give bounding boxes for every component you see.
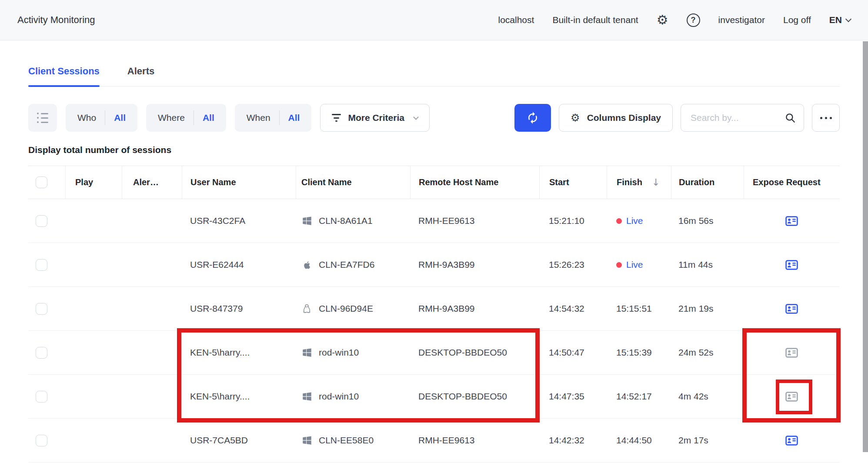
view-list-button[interactable] [28,104,57,132]
where-label: Where [158,113,185,123]
column-header-finish[interactable]: Finish ↓ [607,166,671,199]
cell-play [65,243,122,286]
table-row[interactable]: USR-43C2FA CLN-8A61A1 RMH-EE9613 15:21:1… [28,199,840,243]
live-indicator-dot [616,262,622,268]
cell-alert [122,419,182,462]
expose-request-icon[interactable] [785,436,798,446]
row-checkbox[interactable] [36,391,47,403]
cell-finish: Live [607,243,671,286]
select-all-checkbox[interactable] [36,176,47,188]
cell-expose-request [744,331,840,374]
when-label: When [247,113,270,123]
cell-user-name: USR-43C2FA [182,199,296,243]
column-header-alert[interactable]: Aler… [122,166,182,199]
cell-user-name: KEN-5\harry.... [182,331,296,374]
cell-start: 15:21:10 [539,199,607,243]
table-row[interactable]: USR-E62444 CLN-EA7FD6 RMH-9A3B99 15:26:2… [28,243,840,287]
column-header-start[interactable]: Start [539,166,607,199]
column-header-user[interactable]: User Name [182,166,296,199]
live-label: Live [626,260,643,270]
table-row[interactable]: KEN-5\harry.... rod-win10 DESKTOP-BBDEO5… [28,331,840,375]
cell-client-name: CLN-96D94E [296,287,410,330]
sessions-table: Play Aler… User Name Client Name Remote … [28,166,840,463]
cell-client-name: CLN-EE58E0 [296,419,410,462]
live-indicator-dot [616,218,622,224]
search-box [681,104,804,132]
top-bar: Activity Monitoring localhost Built-in d… [0,0,868,40]
ellipsis-icon [825,117,827,119]
cell-alert [122,375,182,418]
finish-label: Finish [617,177,642,187]
column-header-duration[interactable]: Duration [671,166,744,199]
more-criteria-label: More Criteria [348,113,404,123]
table-row[interactable]: KEN-5\harry.... rod-win10 DESKTOP-BBDEO5… [28,375,840,419]
search-icon[interactable] [785,112,796,123]
client-name-text: CLN-EA7FD6 [319,260,374,270]
column-header-play[interactable]: Play [65,166,122,199]
tab-alerts[interactable]: Alerts [127,66,154,86]
row-checkbox[interactable] [36,303,47,315]
ellipsis-icon [820,117,822,119]
expose-request-icon[interactable] [785,260,798,270]
table-row[interactable]: USR-7CA5BD CLN-EE58E0 RMH-EE9613 14:42:3… [28,419,840,463]
windows-icon [301,391,313,402]
display-total-link[interactable]: Display total number of sessions [28,145,840,155]
tabs-bar: Client Sessions Alerts [28,66,840,87]
windows-icon [301,347,313,358]
table-row[interactable]: USR-847379 CLN-96D94E RMH-9A3B99 14:54:3… [28,287,840,331]
expose-request-icon[interactable] [785,216,798,226]
cell-finish: 15:15:39 [607,331,671,374]
cell-alert [122,287,182,330]
cell-duration: 4m 42s [671,375,744,418]
refresh-button[interactable] [514,104,551,132]
language-label: EN [829,15,842,25]
cell-alert [122,331,182,374]
vertical-scrollbar[interactable] [863,41,868,452]
cell-play [65,375,122,418]
language-selector[interactable]: EN [829,15,851,25]
filter-icon [332,114,341,122]
toolbar-right-group: ⚙ Columns Display [514,104,840,132]
where-value: All [203,113,214,123]
columns-display-button[interactable]: ⚙ Columns Display [559,104,673,132]
settings-gear-icon[interactable]: ⚙ [657,13,668,27]
expose-request-icon[interactable] [785,392,798,402]
who-label: Who [77,113,96,123]
divider [279,110,280,125]
cell-start: 14:47:35 [539,375,607,418]
client-name-text: rod-win10 [319,391,359,402]
filter-where[interactable]: Where All [146,104,226,132]
client-name-text: CLN-EE58E0 [319,435,374,446]
cell-remote-host: RMH-9A3B99 [410,287,539,330]
row-checkbox[interactable] [36,347,47,359]
cell-duration: 24m 52s [671,331,744,374]
column-header-expose[interactable]: Expose Request [744,166,840,199]
search-input[interactable] [691,113,780,123]
windows-icon [301,215,313,226]
more-criteria-button[interactable]: More Criteria [320,104,430,132]
cell-expose-request [744,243,840,286]
expose-request-icon[interactable] [785,348,798,358]
app-title: Activity Monitoring [17,14,95,26]
table-body: USR-43C2FA CLN-8A61A1 RMH-EE9613 15:21:1… [28,199,840,463]
tab-client-sessions[interactable]: Client Sessions [28,66,100,86]
row-checkbox[interactable] [36,215,47,227]
windows-icon [301,435,313,446]
sort-desc-icon[interactable]: ↓ [652,177,660,188]
row-checkbox[interactable] [36,435,47,446]
help-icon[interactable]: ? [687,13,700,27]
column-header-client[interactable]: Client Name [296,166,410,199]
cell-duration: 21m 19s [671,287,744,330]
filter-who[interactable]: Who All [66,104,137,132]
filter-toolbar: Who All Where All When All More Criteria… [28,104,840,132]
cell-user-name: USR-7CA5BD [182,419,296,462]
logoff-button[interactable]: Log off [783,15,811,25]
expose-request-icon[interactable] [785,304,798,314]
row-checkbox[interactable] [36,259,47,271]
cell-client-name: rod-win10 [296,331,410,374]
column-header-remote[interactable]: Remote Host Name [410,166,539,199]
cell-duration: 16m 56s [671,199,744,243]
cell-user-name: USR-E62444 [182,243,296,286]
more-actions-button[interactable] [812,104,840,132]
filter-when[interactable]: When All [235,104,312,132]
